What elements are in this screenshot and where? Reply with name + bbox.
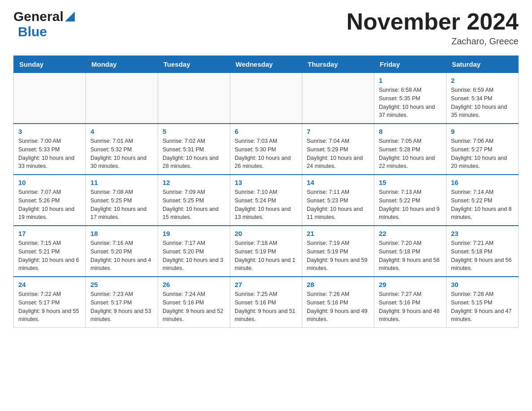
day-info: Sunrise: 7:16 AM Sunset: 5:20 PM Dayligh… — [90, 239, 153, 273]
day-number: 14 — [307, 179, 369, 186]
day-number: 2 — [451, 77, 514, 84]
calendar-table: Sunday Monday Tuesday Wednesday Thursday… — [13, 56, 519, 328]
day-info: Sunrise: 7:17 AM Sunset: 5:20 PM Dayligh… — [163, 239, 225, 273]
day-info: Sunrise: 7:04 AM Sunset: 5:29 PM Dayligh… — [307, 137, 369, 171]
day-info: Sunrise: 7:14 AM Sunset: 5:22 PM Dayligh… — [451, 188, 514, 222]
calendar-cell: 23Sunrise: 7:21 AM Sunset: 5:18 PM Dayli… — [446, 226, 519, 277]
calendar-cell: 13Sunrise: 7:10 AM Sunset: 5:24 PM Dayli… — [230, 175, 302, 226]
day-info: Sunrise: 7:28 AM Sunset: 5:15 PM Dayligh… — [451, 290, 514, 324]
calendar-cell: 18Sunrise: 7:16 AM Sunset: 5:20 PM Dayli… — [86, 226, 158, 277]
day-info: Sunrise: 7:15 AM Sunset: 5:21 PM Dayligh… — [18, 239, 81, 273]
day-number: 3 — [18, 128, 81, 135]
day-info: Sunrise: 7:21 AM Sunset: 5:18 PM Dayligh… — [451, 239, 514, 273]
calendar-cell: 15Sunrise: 7:13 AM Sunset: 5:22 PM Dayli… — [374, 175, 446, 226]
title-area: November 2024 Zacharo, Greece — [347, 9, 519, 47]
calendar-cell: 16Sunrise: 7:14 AM Sunset: 5:22 PM Dayli… — [446, 175, 519, 226]
day-info: Sunrise: 7:20 AM Sunset: 5:18 PM Dayligh… — [379, 239, 442, 273]
day-number: 26 — [163, 281, 225, 288]
calendar-cell: 24Sunrise: 7:22 AM Sunset: 5:17 PM Dayli… — [14, 277, 86, 328]
col-friday: Friday — [374, 56, 446, 73]
day-info: Sunrise: 7:25 AM Sunset: 5:16 PM Dayligh… — [235, 290, 297, 324]
day-number: 27 — [235, 281, 297, 288]
calendar-cell — [158, 73, 230, 124]
calendar-cell: 8Sunrise: 7:05 AM Sunset: 5:28 PM Daylig… — [374, 124, 446, 175]
day-info: Sunrise: 7:11 AM Sunset: 5:23 PM Dayligh… — [307, 188, 369, 222]
day-info: Sunrise: 7:22 AM Sunset: 5:17 PM Dayligh… — [18, 290, 81, 324]
calendar-cell: 3Sunrise: 7:00 AM Sunset: 5:33 PM Daylig… — [14, 124, 86, 175]
col-monday: Monday — [86, 56, 158, 73]
logo-general-text: General — [13, 9, 64, 24]
day-number: 15 — [379, 179, 442, 186]
calendar-cell: 2Sunrise: 6:59 AM Sunset: 5:34 PM Daylig… — [446, 73, 519, 124]
day-info: Sunrise: 7:02 AM Sunset: 5:31 PM Dayligh… — [163, 137, 225, 171]
location-label: Zacharo, Greece — [347, 36, 519, 47]
day-info: Sunrise: 7:26 AM Sunset: 5:16 PM Dayligh… — [307, 290, 369, 324]
calendar-cell: 22Sunrise: 7:20 AM Sunset: 5:18 PM Dayli… — [374, 226, 446, 277]
logo: General Blue — [13, 9, 75, 39]
calendar-week-row: 10Sunrise: 7:07 AM Sunset: 5:26 PM Dayli… — [14, 175, 519, 226]
day-info: Sunrise: 7:19 AM Sunset: 5:19 PM Dayligh… — [307, 239, 369, 273]
day-info: Sunrise: 7:18 AM Sunset: 5:19 PM Dayligh… — [235, 239, 297, 273]
day-info: Sunrise: 7:00 AM Sunset: 5:33 PM Dayligh… — [18, 137, 81, 171]
day-info: Sunrise: 7:13 AM Sunset: 5:22 PM Dayligh… — [379, 188, 442, 222]
calendar-cell — [86, 73, 158, 124]
calendar-cell: 1Sunrise: 6:58 AM Sunset: 5:35 PM Daylig… — [374, 73, 446, 124]
day-info: Sunrise: 7:06 AM Sunset: 5:27 PM Dayligh… — [451, 137, 514, 171]
calendar-cell: 10Sunrise: 7:07 AM Sunset: 5:26 PM Dayli… — [14, 175, 86, 226]
day-info: Sunrise: 7:27 AM Sunset: 5:16 PM Dayligh… — [379, 290, 442, 324]
day-info: Sunrise: 7:10 AM Sunset: 5:24 PM Dayligh… — [235, 188, 297, 222]
day-info: Sunrise: 7:07 AM Sunset: 5:26 PM Dayligh… — [18, 188, 81, 222]
calendar-cell: 27Sunrise: 7:25 AM Sunset: 5:16 PM Dayli… — [230, 277, 302, 328]
day-number: 22 — [379, 230, 442, 237]
day-number: 28 — [307, 281, 369, 288]
calendar-cell: 28Sunrise: 7:26 AM Sunset: 5:16 PM Dayli… — [302, 277, 374, 328]
day-number: 10 — [18, 179, 81, 186]
calendar-cell — [14, 73, 86, 124]
day-info: Sunrise: 6:58 AM Sunset: 5:35 PM Dayligh… — [379, 86, 442, 120]
calendar-cell: 9Sunrise: 7:06 AM Sunset: 5:27 PM Daylig… — [446, 124, 519, 175]
calendar-cell: 7Sunrise: 7:04 AM Sunset: 5:29 PM Daylig… — [302, 124, 374, 175]
day-number: 29 — [379, 281, 442, 288]
col-tuesday: Tuesday — [158, 56, 230, 73]
calendar-header-row: Sunday Monday Tuesday Wednesday Thursday… — [14, 56, 519, 73]
day-number: 6 — [235, 128, 297, 135]
calendar-week-row: 3Sunrise: 7:00 AM Sunset: 5:33 PM Daylig… — [14, 124, 519, 175]
calendar-cell: 14Sunrise: 7:11 AM Sunset: 5:23 PM Dayli… — [302, 175, 374, 226]
calendar-week-row: 17Sunrise: 7:15 AM Sunset: 5:21 PM Dayli… — [14, 226, 519, 277]
day-info: Sunrise: 7:09 AM Sunset: 5:25 PM Dayligh… — [163, 188, 225, 222]
calendar-cell: 17Sunrise: 7:15 AM Sunset: 5:21 PM Dayli… — [14, 226, 86, 277]
day-number: 25 — [90, 281, 153, 288]
calendar-cell: 25Sunrise: 7:23 AM Sunset: 5:17 PM Dayli… — [86, 277, 158, 328]
day-number: 21 — [307, 230, 369, 237]
calendar-cell: 6Sunrise: 7:03 AM Sunset: 5:30 PM Daylig… — [230, 124, 302, 175]
logo-blue-text: Blue — [18, 24, 75, 39]
day-info: Sunrise: 7:05 AM Sunset: 5:28 PM Dayligh… — [379, 137, 442, 171]
calendar-cell — [302, 73, 374, 124]
day-number: 20 — [235, 230, 297, 237]
day-number: 5 — [163, 128, 225, 135]
calendar-cell: 21Sunrise: 7:19 AM Sunset: 5:19 PM Dayli… — [302, 226, 374, 277]
day-number: 13 — [235, 179, 297, 186]
col-saturday: Saturday — [446, 56, 519, 73]
day-info: Sunrise: 7:03 AM Sunset: 5:30 PM Dayligh… — [235, 137, 297, 171]
day-info: Sunrise: 7:23 AM Sunset: 5:17 PM Dayligh… — [90, 290, 153, 324]
day-info: Sunrise: 6:59 AM Sunset: 5:34 PM Dayligh… — [451, 86, 514, 120]
day-info: Sunrise: 7:01 AM Sunset: 5:32 PM Dayligh… — [90, 137, 153, 171]
day-number: 18 — [90, 230, 153, 237]
calendar-week-row: 24Sunrise: 7:22 AM Sunset: 5:17 PM Dayli… — [14, 277, 519, 328]
month-title: November 2024 — [347, 9, 519, 34]
calendar-cell: 19Sunrise: 7:17 AM Sunset: 5:20 PM Dayli… — [158, 226, 230, 277]
day-number: 9 — [451, 128, 514, 135]
day-number: 11 — [90, 179, 153, 186]
day-number: 1 — [379, 77, 442, 84]
col-thursday: Thursday — [302, 56, 374, 73]
page-header: General Blue November 2024 Zacharo, Gree… — [13, 9, 519, 47]
calendar-cell: 4Sunrise: 7:01 AM Sunset: 5:32 PM Daylig… — [86, 124, 158, 175]
day-number: 23 — [451, 230, 514, 237]
day-info: Sunrise: 7:08 AM Sunset: 5:25 PM Dayligh… — [90, 188, 153, 222]
col-wednesday: Wednesday — [230, 56, 302, 73]
calendar-cell — [230, 73, 302, 124]
calendar-cell: 12Sunrise: 7:09 AM Sunset: 5:25 PM Dayli… — [158, 175, 230, 226]
day-number: 17 — [18, 230, 81, 237]
day-number: 4 — [90, 128, 153, 135]
